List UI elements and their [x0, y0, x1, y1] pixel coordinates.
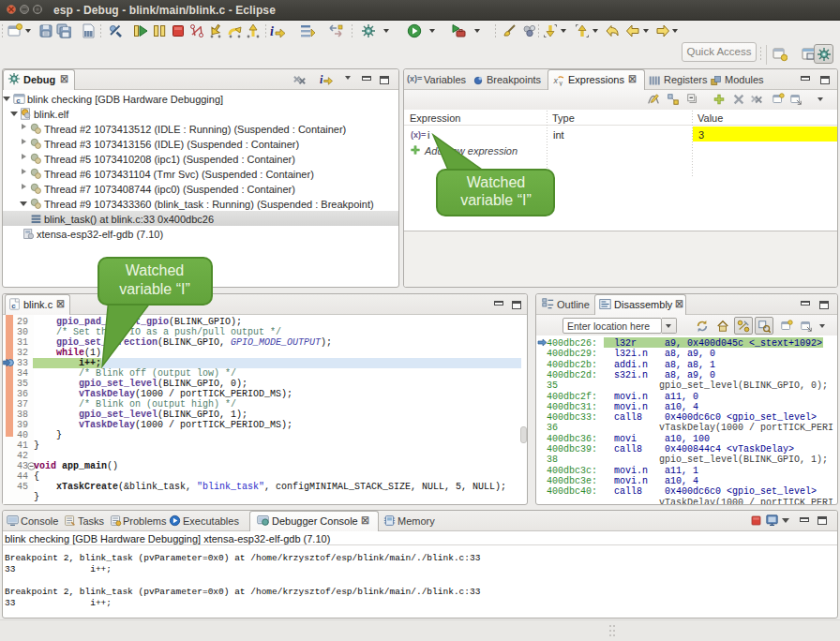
svg-text:variable “I”: variable “I” — [460, 192, 532, 208]
svg-text:Watched: Watched — [467, 174, 526, 190]
svg-text:Watched: Watched — [126, 262, 185, 278]
svg-text:variable “I”: variable “I” — [119, 281, 190, 297]
